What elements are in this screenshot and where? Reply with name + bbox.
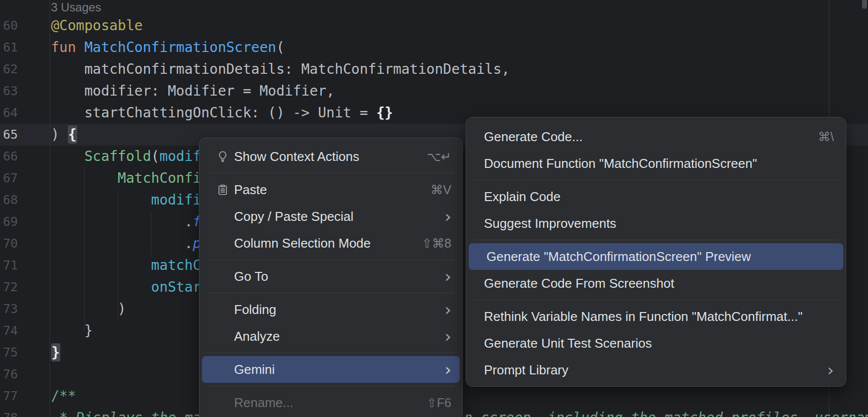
line-number-62[interactable]: 62 (0, 58, 18, 80)
code-line-62[interactable]: matchConfirmationDetails: MatchConfirmat… (51, 58, 510, 80)
line-number-68[interactable]: 68 (0, 189, 18, 211)
gemini-submenu: Generate Code...⌘\Document Function "Mat… (466, 117, 846, 387)
code-line-68[interactable]: modifie (51, 189, 209, 211)
menu-item-label: Paste (234, 182, 267, 198)
line-number-64[interactable]: 64 (0, 102, 18, 124)
menu-item-label: Rename... (234, 395, 293, 411)
menu-separator (199, 290, 462, 296)
menu-item-label: Generate "MatchConfirmationScreen" Previ… (486, 249, 751, 264)
menu-separator (199, 257, 462, 263)
menu-separator (199, 350, 462, 356)
editor-context-menu: Show Context Actions⌥↵Paste⌘VCopy / Past… (199, 138, 463, 417)
line-number-61[interactable]: 61 (0, 37, 18, 58)
icon-spacer (216, 330, 234, 343)
menu-item-label: Folding (234, 302, 276, 317)
code-line-74[interactable]: } (51, 320, 93, 342)
menu-item-suggest-improvements[interactable]: Suggest Improvements (466, 210, 846, 237)
chevron-right-icon: › (444, 303, 451, 316)
line-number-60[interactable]: 60 (0, 15, 18, 37)
code-line-66[interactable]: Scaffold(modifie (51, 146, 218, 167)
menu-item-label: Gemini (234, 362, 275, 377)
line-number-65[interactable]: 65 (0, 124, 18, 146)
line-number-78[interactable]: 78 (0, 407, 18, 417)
menu-item-go-to[interactable]: Go To› (199, 263, 462, 290)
code-line-71[interactable]: matchCon (51, 255, 218, 276)
chevron-right-icon: › (444, 270, 451, 283)
line-number-69[interactable]: 69 (0, 211, 18, 233)
line-number-74[interactable]: 74 (0, 320, 18, 342)
line-number-63[interactable]: 63 (0, 80, 18, 102)
line-number-67[interactable]: 67 (0, 167, 18, 189)
menu-item-column-selection-mode[interactable]: Column Selection Mode⇧⌘8 (199, 230, 462, 257)
line-number-76[interactable]: 76 (0, 364, 18, 385)
menu-item-show-context-actions[interactable]: Show Context Actions⌥↵ (199, 143, 462, 170)
usages-hint[interactable]: 3 Usages (51, 0, 101, 15)
menu-item-document-function[interactable]: Document Function "MatchConfirmationScre… (466, 150, 846, 177)
menu-item-gemini[interactable]: Gemini› (202, 356, 460, 383)
line-number-73[interactable]: 73 (0, 298, 18, 320)
code-line-77[interactable]: /** (51, 385, 76, 407)
menu-separator (466, 237, 846, 243)
menu-item-rethink-variable-names[interactable]: Rethink Variable Names in Function "Matc… (466, 303, 846, 330)
code-segment: ( (276, 39, 285, 55)
menu-item-shortcut: ⇧⌘8 (422, 236, 451, 251)
menu-item-label: Generate Code... (484, 129, 582, 145)
code-segment: ) (51, 126, 68, 143)
line-number-71[interactable]: 71 (0, 255, 18, 276)
code-line-72[interactable]: onStartC (51, 276, 218, 298)
code-line-70[interactable]: .pad (51, 233, 218, 255)
menu-item-shortcut: ⌘V (431, 183, 451, 197)
menu-item-explain-code[interactable]: Explain Code (466, 183, 846, 210)
code-segment: modifier: Modifier = Modifier, (51, 83, 335, 99)
code-line-67[interactable]: MatchConfir (51, 167, 209, 189)
line-number-72[interactable]: 72 (0, 276, 18, 298)
menu-item-label: Prompt Library (484, 363, 569, 378)
menu-item-label: Go To (234, 269, 268, 284)
code-line-69[interactable]: .fil (51, 211, 218, 233)
code-line-60[interactable]: @Composable (51, 15, 143, 37)
code-segment (51, 148, 84, 164)
vertical-scrollbar-thumb[interactable] (862, 0, 867, 9)
menu-item-generate-preview[interactable]: Generate "MatchConfirmationScreen" Previ… (469, 243, 843, 270)
menu-item-prompt-library[interactable]: Prompt Library› (466, 357, 846, 383)
line-number-77[interactable]: 77 (0, 385, 18, 407)
code-line-65[interactable]: ) { (51, 124, 77, 146)
menu-separator (466, 177, 846, 183)
code-line-61[interactable]: fun MatchConfirmationScreen( (51, 37, 285, 58)
menu-item-folding[interactable]: Folding› (199, 296, 462, 323)
gutter-separator (49, 0, 50, 417)
code-segment: . (51, 235, 193, 252)
icon-spacer (216, 210, 234, 223)
editor-window: 3 Usages 6061626364656667686970717273747… (0, 0, 868, 417)
menu-item-shortcut: ⌘\ (818, 130, 834, 144)
menu-item-copy-paste-special[interactable]: Copy / Paste Special› (199, 203, 462, 230)
code-segment (51, 170, 118, 186)
code-segment: ) (51, 301, 126, 317)
code-line-73[interactable]: ) (51, 298, 126, 320)
menu-item-paste[interactable]: Paste⌘V (199, 176, 462, 203)
code-line-78[interactable]: * Displays the man screen, including the… (51, 407, 201, 417)
code-segment: MatchConfir (118, 170, 209, 186)
code-line-64[interactable]: startChattingOnClick: () -> Unit = {} (51, 102, 393, 124)
code-segment (51, 192, 151, 208)
code-segment: } (51, 322, 93, 339)
code-segment: ( (151, 148, 159, 164)
menu-separator (199, 383, 462, 389)
menu-item-generate-code-from-screenshot[interactable]: Generate Code From Screenshot (466, 270, 846, 297)
menu-item-label: Show Context Actions (234, 149, 359, 164)
menu-item-analyze[interactable]: Analyze› (199, 323, 462, 350)
menu-item-shortcut: ⌥↵ (427, 150, 451, 164)
menu-item-generate-code[interactable]: Generate Code...⌘\ (466, 123, 846, 150)
code-segment: fun (51, 39, 84, 55)
menu-item-label: Copy / Paste Special (234, 209, 353, 224)
code-line-63[interactable]: modifier: Modifier = Modifier, (51, 80, 335, 102)
code-line-75[interactable]: } (51, 342, 60, 364)
line-number-75[interactable]: 75 (0, 342, 18, 364)
menu-item-label: Generate Code From Screenshot (484, 276, 674, 291)
menu-item-rename[interactable]: Rename...⇧F6 (199, 389, 462, 416)
menu-item-generate-unit-test-scenarios[interactable]: Generate Unit Test Scenarios (466, 330, 846, 357)
line-number-70[interactable]: 70 (0, 233, 18, 255)
line-number-66[interactable]: 66 (0, 146, 18, 167)
menu-item-label: Generate Unit Test Scenarios (484, 336, 652, 351)
code-segment: MatchConfirmationScreen (84, 39, 276, 55)
